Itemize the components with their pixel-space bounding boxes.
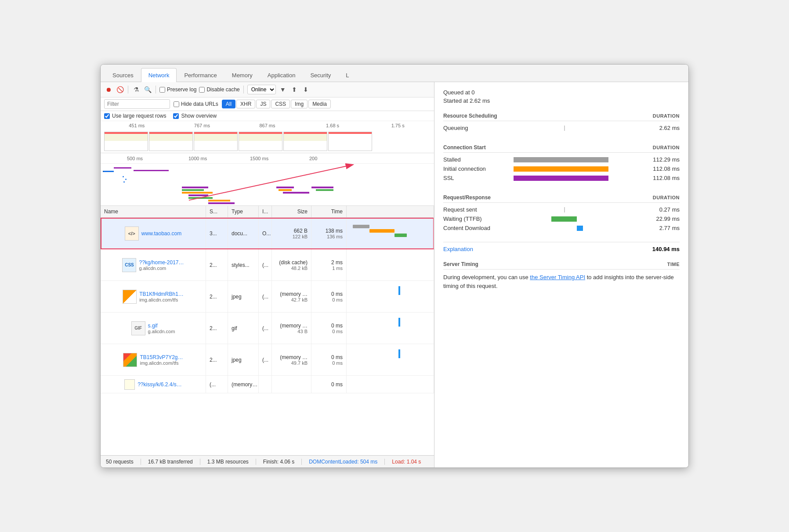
filter-img-btn[interactable]: Img <box>291 100 308 108</box>
td-name-6: ??kissy/k/6.2.4/s… <box>101 376 206 393</box>
td-time-3: 0 ms 0 ms <box>311 281 347 312</box>
import-icon[interactable]: ⬆ <box>290 85 299 94</box>
hide-data-urls-checkbox[interactable] <box>174 101 179 107</box>
tab-application[interactable]: Application <box>260 68 303 82</box>
rp-server-desc-start: During development, you can use <box>443 274 530 280</box>
name-text-4: s.gif g.alicdn.com <box>148 323 175 334</box>
file-icon-js <box>124 379 135 390</box>
show-overview-checkbox[interactable] <box>173 113 179 119</box>
table-row[interactable]: TB15R3vP7Y2g… img.alicdn.com/tfs 2... jp… <box>101 344 434 376</box>
td-name-4: GIF s.gif g.alicdn.com <box>101 313 206 344</box>
record-button[interactable]: ⏺ <box>104 85 113 94</box>
tab-network[interactable]: Network <box>141 68 177 82</box>
filter-all-btn[interactable]: All <box>222 100 235 108</box>
ruler-mark-4: 1.68 s <box>300 123 366 128</box>
rp-col-connection: DURATION <box>653 145 680 150</box>
rp-section-title-req-resp: Request/Response <box>443 194 491 201</box>
rp-section-header-scheduling: Resource Scheduling DURATION <box>443 113 680 121</box>
size-sub-5: 49.7 kB <box>291 360 308 366</box>
status-1: 3... <box>210 230 224 237</box>
td-init-1: O... <box>259 218 272 249</box>
throttle-down-icon[interactable]: ▼ <box>279 85 287 94</box>
toolbar: ⏺ 🚫 ⚗ 🔍 Preserve log Disable cache Onlin… <box>101 82 434 97</box>
ruler-mark-3: 867 ms <box>235 123 300 128</box>
wf-vis-row-3 <box>101 185 434 206</box>
options-row: Use large request rows Show overview <box>101 111 434 121</box>
tab-performance[interactable]: Performance <box>177 68 224 82</box>
size-sub-2: 48.2 kB <box>291 266 308 271</box>
rp-dur-queueing: 2.62 ms <box>640 125 680 131</box>
table-row[interactable]: ??kissy/k/6.2.4/s… (... (memory… 0 ms <box>101 376 434 393</box>
search-icon[interactable]: 🔍 <box>143 85 152 94</box>
th-status: S... <box>206 206 228 217</box>
large-rows-checkbox[interactable] <box>104 113 110 119</box>
rp-bar-ssl <box>514 176 640 181</box>
td-name-3: TB1KfHdmRBh1… img.alicdn.com/tfs <box>101 281 206 312</box>
wf-ttfb-1 <box>394 234 407 237</box>
clear-button[interactable]: 🚫 <box>116 85 124 94</box>
wf-dot-3 <box>123 181 125 183</box>
td-waterfall-4 <box>347 313 434 344</box>
large-rows-label[interactable]: Use large request rows <box>104 113 166 119</box>
table-row[interactable]: TB1KfHdmRBh1… img.alicdn.com/tfs 2... jp… <box>101 281 434 313</box>
rp-row-stalled: Stalled 112.29 ms <box>443 156 680 163</box>
wf-bar-o1 <box>182 192 213 194</box>
status-finish: Finish: 4.06 s <box>263 459 294 465</box>
bar-queueing <box>564 126 565 131</box>
td-waterfall-6 <box>347 376 434 393</box>
server-timing-api-link[interactable]: the Server Timing API <box>530 274 585 280</box>
td-type-1: docu... <box>228 218 259 249</box>
filter-js-btn[interactable]: JS <box>256 100 270 108</box>
rp-label-initial-conn: Initial connection <box>443 165 514 172</box>
td-init-2: (... <box>259 249 272 280</box>
filter-xhr-btn[interactable]: XHR <box>236 100 255 108</box>
status-bar: 50 requests 16.7 kB transferred 1.3 MB r… <box>101 455 434 467</box>
time-sub-4: 0 ms <box>332 329 343 334</box>
sep-2 <box>200 459 200 465</box>
tab-more[interactable]: L <box>338 68 356 82</box>
filter-media-btn[interactable]: Media <box>308 100 331 108</box>
tab-memory[interactable]: Memory <box>224 68 260 82</box>
status-resources: 1.3 MB resources <box>207 459 249 465</box>
wf-bar-o2 <box>208 200 230 201</box>
rp-dur-ssl: 112.08 ms <box>640 175 680 181</box>
rp-bar-queueing <box>514 126 640 131</box>
explanation-link[interactable]: Explanation <box>443 246 473 252</box>
rp-col-req-resp: DURATION <box>653 195 680 200</box>
table-row[interactable]: CSS ??kg/home-2017… g.alicdn.com 2... st… <box>101 249 434 281</box>
name-main-5: TB15R3vP7Y2g… <box>140 354 183 360</box>
tab-sources[interactable]: Sources <box>105 68 141 82</box>
rp-dur-content-dl: 2.77 ms <box>640 225 680 231</box>
filter-input[interactable] <box>104 99 170 109</box>
rp-bar-ttfb <box>514 216 640 222</box>
th-initiator: I... <box>259 206 272 217</box>
init-1: O... <box>262 230 268 237</box>
filter-bar: Hide data URLs All XHR JS CSS Img Media <box>101 97 434 111</box>
time-main-5: 0 ms <box>331 354 343 360</box>
throttling-select[interactable]: Online <box>247 85 276 94</box>
wf-bar-p3 <box>208 202 235 204</box>
filter-icon[interactable]: ⚗ <box>132 85 141 94</box>
disable-cache-checkbox[interactable] <box>199 87 205 93</box>
table-row[interactable]: </> www.taobao.com 3... docu... O... <box>101 218 434 249</box>
hide-data-urls-label[interactable]: Hide data URLs <box>174 101 218 107</box>
wf-bar-purple-1 <box>114 167 131 169</box>
table-row[interactable]: GIF s.gif g.alicdn.com 2... gif (... (me… <box>101 313 434 344</box>
rp-label-req-sent: Request sent <box>443 206 514 213</box>
td-waterfall-3 <box>347 281 434 312</box>
export-icon[interactable]: ⬇ <box>301 85 310 94</box>
filter-css-btn[interactable]: CSS <box>271 100 290 108</box>
tab-security[interactable]: Security <box>303 68 338 82</box>
name-main-3: TB1KfHdmRBh1… <box>139 291 184 297</box>
disable-cache-label[interactable]: Disable cache <box>199 86 239 93</box>
preserve-log-label[interactable]: Preserve log <box>159 86 196 93</box>
ruler-mark-2: 767 ms <box>170 123 235 128</box>
name-sub-4: g.alicdn.com <box>148 329 175 334</box>
name-text-2: ??kg/home-2017… g.alicdn.com <box>139 259 184 271</box>
show-overview-label[interactable]: Show overview <box>173 113 217 119</box>
rp-server-header: Server Timing TIME <box>443 261 680 270</box>
preserve-log-checkbox[interactable] <box>159 87 165 93</box>
rp-dur-initial-conn: 112.08 ms <box>640 165 680 172</box>
name-main-4: s.gif <box>148 323 175 329</box>
time-main-6: 0 ms <box>331 381 343 388</box>
